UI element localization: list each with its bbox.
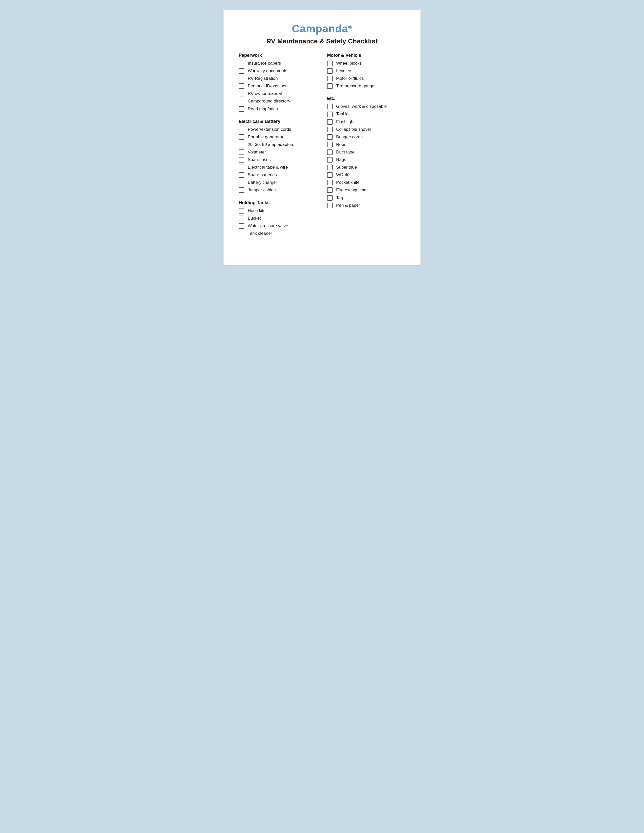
item-label: Rags	[336, 157, 346, 162]
checkbox[interactable]	[327, 180, 333, 185]
checkbox[interactable]	[239, 187, 244, 193]
checkbox[interactable]	[327, 112, 333, 117]
checkbox[interactable]	[239, 180, 244, 185]
item-label: Road map/atlas	[248, 106, 278, 112]
list-item: Tool kit	[327, 111, 405, 117]
checkbox[interactable]	[239, 127, 244, 132]
list-item: RV Registration	[239, 76, 317, 81]
item-label: Pocket knife	[336, 180, 360, 185]
checkbox[interactable]	[327, 203, 333, 208]
list-item: RV owner manual	[239, 91, 317, 96]
checkbox[interactable]	[327, 68, 333, 74]
checkbox[interactable]	[239, 91, 244, 96]
item-label: Pen & paper	[336, 203, 360, 208]
checkbox[interactable]	[327, 127, 333, 132]
checkbox[interactable]	[327, 165, 333, 170]
list-item: Portable generator	[239, 134, 317, 140]
checkbox[interactable]	[239, 68, 244, 74]
checkbox[interactable]	[239, 215, 244, 221]
checkbox[interactable]	[327, 157, 333, 162]
checkbox[interactable]	[327, 134, 333, 140]
list-item: Road map/atlas	[239, 106, 317, 112]
list-item: Spare batteries	[239, 172, 317, 178]
list-item: Fire extinguisher	[327, 187, 405, 193]
item-label: Voltmeter	[248, 150, 266, 155]
item-label: Tank cleaner	[248, 231, 272, 236]
item-label: Portable generator	[248, 134, 283, 140]
item-label: Insurance papers	[248, 61, 281, 66]
page-title: RV Maintenance & Safety Checklist	[239, 37, 405, 45]
item-label: RV owner manual	[248, 91, 282, 96]
item-label: Power/extension cords	[248, 127, 291, 132]
checkbox[interactable]	[239, 223, 244, 229]
right-column: Motor & Vehicle Wheel blocks Levelers Mo…	[327, 53, 405, 238]
list-item: 20, 30, 50 amp adapters	[239, 142, 317, 148]
list-item: Tank cleaner	[239, 231, 317, 236]
item-label: Water pressure valve	[248, 223, 288, 229]
etc-section: Etc. Gloves: work & disposable Tool kit …	[327, 96, 405, 208]
electrical-heading: Electrical & Battery	[239, 119, 317, 124]
list-item: Hose kits	[239, 208, 317, 214]
logo-reg: ®	[348, 24, 352, 29]
motor-section: Motor & Vehicle Wheel blocks Levelers Mo…	[327, 53, 405, 89]
item-label: Duct tape	[336, 150, 354, 155]
item-label: Tool kit	[336, 111, 349, 117]
left-column: Paperwork Insurance papers Warranty docu…	[239, 53, 317, 238]
list-item: Collapsible shovel	[327, 127, 405, 132]
item-label: Spare batteries	[248, 172, 277, 178]
electrical-section: Electrical & Battery Power/extension cor…	[239, 119, 317, 193]
checkbox[interactable]	[327, 187, 333, 193]
checkbox[interactable]	[239, 99, 244, 104]
checkbox[interactable]	[239, 142, 244, 148]
checkbox[interactable]	[239, 76, 244, 81]
list-item: Super glue	[327, 165, 405, 170]
list-item: Bungee cords	[327, 134, 405, 140]
checkbox[interactable]	[327, 119, 333, 125]
checkbox[interactable]	[327, 142, 333, 148]
list-item: Rags	[327, 157, 405, 162]
checkbox[interactable]	[327, 150, 333, 155]
list-item: Rope	[327, 142, 405, 148]
checkbox[interactable]	[327, 195, 333, 201]
checkbox[interactable]	[239, 172, 244, 178]
item-label: Jumper cables	[248, 187, 276, 193]
item-label: Wheel blocks	[336, 61, 362, 66]
item-label: Spare fuses	[248, 157, 271, 162]
item-label: RV Registration	[248, 76, 278, 81]
checkbox[interactable]	[239, 157, 244, 162]
etc-heading: Etc.	[327, 96, 405, 101]
checkbox[interactable]	[239, 231, 244, 236]
checkbox[interactable]	[327, 104, 333, 109]
list-item: Bucket	[239, 215, 317, 221]
checkbox[interactable]	[327, 61, 333, 66]
list-item: Electrical tape & wire	[239, 165, 317, 170]
list-item: Wheel blocks	[327, 61, 405, 66]
list-item: Pocket knife	[327, 180, 405, 185]
page: Campanda® RV Maintenance & Safety Checkl…	[224, 10, 420, 265]
item-label: Hose kits	[248, 208, 266, 214]
list-item: Spare fuses	[239, 157, 317, 162]
checkbox[interactable]	[327, 76, 333, 81]
list-item: Motor oil/fluids	[327, 76, 405, 81]
checkbox[interactable]	[239, 150, 244, 155]
item-label: Personal ID/passport	[248, 83, 288, 89]
list-item: Tire pressure gauge	[327, 83, 405, 89]
list-item: Tarp	[327, 195, 405, 201]
checkbox[interactable]	[239, 106, 244, 112]
checkbox[interactable]	[239, 61, 244, 66]
list-item: Water pressure valve	[239, 223, 317, 229]
item-label: Electrical tape & wire	[248, 165, 288, 170]
checkbox[interactable]	[327, 83, 333, 89]
checkbox[interactable]	[239, 134, 244, 140]
checkbox[interactable]	[239, 165, 244, 170]
logo-text: Campanda®	[292, 23, 352, 35]
item-label: Bungee cords	[336, 134, 363, 140]
checkbox[interactable]	[239, 83, 244, 89]
content-columns: Paperwork Insurance papers Warranty docu…	[239, 53, 405, 238]
list-item: Voltmeter	[239, 150, 317, 155]
paperwork-heading: Paperwork	[239, 53, 317, 58]
checkbox[interactable]	[327, 172, 333, 178]
checkbox[interactable]	[239, 208, 244, 214]
item-label: Super glue	[336, 165, 357, 170]
item-label: Flashlight	[336, 119, 354, 125]
